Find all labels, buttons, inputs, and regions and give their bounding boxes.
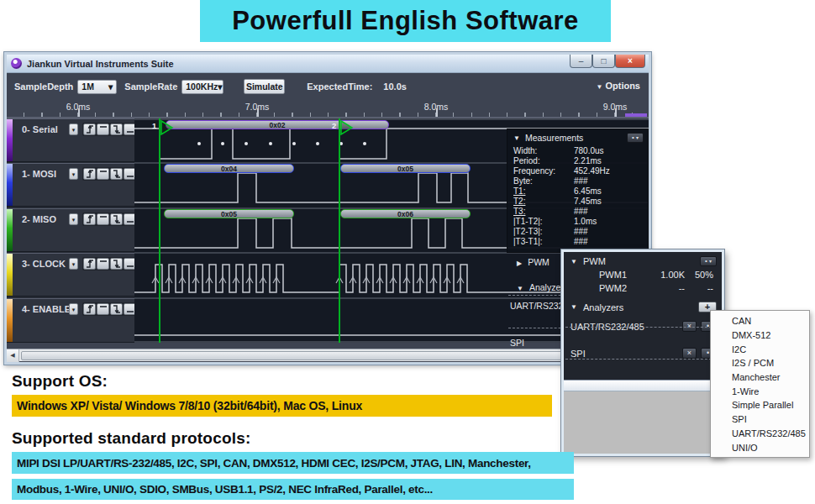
banner-title: Powerfull English Software bbox=[232, 6, 579, 36]
protocols-line2: Modbus, 1-Wire, UNI/O, SDIO, SMBus, USB1… bbox=[17, 483, 433, 496]
trigger-rising-button[interactable] bbox=[83, 123, 96, 135]
close-button[interactable]: × bbox=[615, 55, 645, 68]
callout-scrollbar[interactable] bbox=[564, 380, 722, 391]
channel-row-miso[interactable]: 2- MISO ▾ bbox=[7, 208, 134, 252]
menu-item-i2s-pcm[interactable]: I2S / PCM bbox=[711, 356, 809, 370]
trigger-high-button[interactable] bbox=[97, 258, 109, 270]
menu-item-unio[interactable]: UNI/O bbox=[711, 440, 809, 454]
trigger-rising-button[interactable] bbox=[83, 213, 96, 225]
sample-rate-value: 100KHz bbox=[186, 81, 218, 92]
pwm-name: PWM1 bbox=[599, 270, 627, 280]
channel-row-enable[interactable]: 4- ENABLE ▾ bbox=[7, 298, 134, 343]
measure-value: ### bbox=[574, 237, 588, 246]
measure-label: |T2-T3|: bbox=[513, 227, 574, 236]
channel-menu-button[interactable]: ▾ bbox=[69, 303, 78, 315]
pwm-row[interactable]: PWM2 -- -- bbox=[564, 281, 722, 295]
pwm-row[interactable]: PWM1 1.00K 50% bbox=[564, 268, 722, 281]
decode-annotation: 0x02 bbox=[166, 120, 389, 129]
remove-analyzer-button[interactable]: × bbox=[682, 348, 697, 359]
channel-menu-button[interactable]: ▾ bbox=[69, 258, 78, 270]
toolbar: SampleDepth 1M ▾ SampleRate 100KHz ▾ Sim… bbox=[7, 74, 649, 99]
title-bar: Jiankun Virtual Instruments Suite – □ × bbox=[7, 55, 649, 73]
maximize-button[interactable]: □ bbox=[592, 55, 615, 68]
menu-item-simple-parallel[interactable]: Simple Parallel bbox=[711, 398, 809, 412]
channel-label: 4- ENABLE bbox=[22, 304, 71, 314]
menu-item-uart[interactable]: UART/RS232/485 bbox=[711, 427, 809, 441]
channel-menu-button[interactable]: ▾ bbox=[69, 168, 78, 180]
measure-label: T2: bbox=[513, 197, 574, 206]
horizontal-scrollbar[interactable]: ◀ bbox=[7, 349, 649, 361]
sample-depth-select[interactable]: 1M ▾ bbox=[77, 80, 117, 94]
menu-item-manchester[interactable]: Manchester bbox=[711, 370, 809, 385]
trigger-rising-button[interactable] bbox=[83, 258, 96, 270]
channel-menu-button[interactable]: ▾ bbox=[69, 213, 78, 225]
trigger-high-button[interactable] bbox=[97, 213, 109, 225]
sample-rate-label: SampleRate bbox=[124, 81, 177, 92]
support-os-bar: Windows XP/ Vista/ Windows 7/8/10 (32bit… bbox=[12, 395, 552, 417]
trigger-high-button[interactable] bbox=[97, 123, 109, 135]
trigger-high-button[interactable] bbox=[97, 303, 109, 315]
analyzers-section-header[interactable]: ▼Analyzers bbox=[517, 282, 568, 292]
options-toggle[interactable]: ▼ Options bbox=[596, 81, 640, 91]
cursor-1[interactable] bbox=[159, 118, 160, 343]
pwm-section-header[interactable]: ▶PWM bbox=[517, 257, 549, 267]
page: Powerfull English Software Jiankun Virtu… bbox=[0, 0, 815, 504]
sample-rate-select[interactable]: 100KHz ▾ bbox=[181, 80, 223, 94]
time-ruler[interactable]: 6.0ms 7.0ms 8.0ms 9.0ms bbox=[7, 99, 649, 118]
trigger-falling-button[interactable] bbox=[110, 213, 123, 225]
simulate-button[interactable]: Simulate bbox=[244, 79, 285, 94]
protocols-heading: Supported standard protocols: bbox=[12, 429, 250, 448]
protocols-line1: MIPI DSI LP/UART/RS-232/485, I2C, SPI, C… bbox=[17, 457, 531, 470]
measure-value: 2.21ms bbox=[574, 156, 602, 165]
menu-item-1wire[interactable]: 1-Wire bbox=[711, 384, 809, 398]
cursor-2-flag[interactable] bbox=[340, 120, 354, 135]
trigger-falling-button[interactable] bbox=[110, 303, 123, 315]
measure-label: Width: bbox=[513, 146, 574, 155]
menu-item-spi[interactable]: SPI bbox=[711, 412, 809, 427]
scroll-left-button[interactable]: ◀ bbox=[7, 349, 19, 362]
measurements-header[interactable]: ▼ Measurements • ▾ bbox=[507, 129, 648, 145]
pwm-settings-button[interactable]: • ▾ bbox=[700, 256, 717, 266]
pwm-header[interactable]: ▼ PWM • ▾ bbox=[564, 252, 722, 268]
minimize-button[interactable]: – bbox=[570, 55, 592, 68]
trigger-high-button[interactable] bbox=[97, 168, 109, 180]
pwm-title: PWM bbox=[583, 256, 606, 266]
app-icon bbox=[11, 58, 22, 69]
menu-item-i2c[interactable]: I2C bbox=[711, 342, 809, 356]
channel-row-mosi[interactable]: 1- MOSI ▾ bbox=[7, 163, 134, 207]
channel-row-clock[interactable]: 3- CLOCK ▾ bbox=[7, 253, 134, 297]
menu-item-can[interactable]: CAN bbox=[711, 314, 809, 328]
window-controls: – □ × bbox=[570, 55, 645, 68]
cursor-1-flag[interactable] bbox=[160, 120, 174, 135]
analyzer-item[interactable]: SPI bbox=[510, 338, 524, 348]
chevron-down-icon: ▾ bbox=[72, 171, 76, 177]
left-arrow-icon: ◀ bbox=[10, 352, 14, 359]
trigger-falling-button[interactable] bbox=[110, 258, 123, 270]
app-window: Jiankun Virtual Instruments Suite – □ × … bbox=[4, 52, 651, 365]
pwm-section-label: PWM bbox=[528, 257, 549, 267]
trigger-rising-button[interactable] bbox=[83, 303, 96, 315]
analyzers-header[interactable]: ▼ Analyzers + bbox=[564, 295, 722, 314]
simulate-label: Simulate bbox=[246, 81, 283, 92]
measurements-settings-button[interactable]: • ▾ bbox=[627, 133, 644, 143]
scrollbar-thumb[interactable] bbox=[21, 351, 633, 360]
sample-depth-label: SampleDepth bbox=[14, 81, 73, 92]
close-icon: × bbox=[628, 57, 633, 66]
trigger-falling-button[interactable] bbox=[110, 168, 123, 180]
channel-label: 1- MOSI bbox=[22, 169, 56, 179]
measurements-panel: ▼ Measurements • ▾ Width:780.0us Period:… bbox=[507, 129, 649, 253]
trigger-falling-button[interactable] bbox=[110, 123, 123, 135]
serial-bit-dots bbox=[197, 142, 366, 145]
decode-annotation: 0x05 bbox=[340, 164, 471, 173]
expected-time-label: ExpectedTime: bbox=[307, 81, 372, 92]
cursor-2[interactable] bbox=[339, 118, 340, 343]
channel-label: 0- Serial bbox=[22, 124, 58, 134]
channel-menu-button[interactable]: ▾ bbox=[69, 123, 78, 135]
measure-label: T3: bbox=[513, 207, 574, 216]
channel-row-serial[interactable]: 0- Serial ▾ bbox=[7, 118, 134, 162]
major-tick bbox=[615, 108, 617, 117]
trigger-buttons bbox=[82, 213, 137, 226]
menu-item-dmx512[interactable]: DMX-512 bbox=[711, 328, 809, 343]
dot-icon: • bbox=[707, 349, 709, 357]
trigger-rising-button[interactable] bbox=[83, 168, 96, 180]
